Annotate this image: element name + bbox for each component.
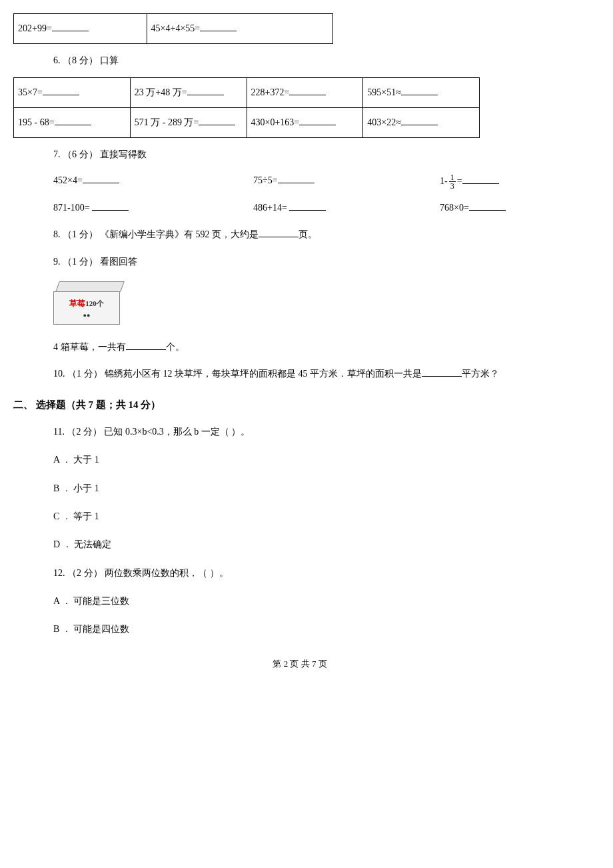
q12-option-B: B ． 可能是四位数 [53, 622, 586, 637]
q7-row2: 871-100= 486+14= 768×0= [53, 201, 586, 215]
expr: 571 万 - 289 万= [135, 117, 199, 127]
blank [200, 22, 237, 31]
blank [289, 201, 326, 211]
q8-text-a: 8. （1 分） 《新编小学生字典》有 592 页，大约是 [53, 229, 259, 239]
expr: 45×4+4×55= [151, 23, 201, 33]
expr: 403×22≈ [367, 117, 401, 127]
section-2-heading: 二、 选择题（共 7 题；共 14 分） [13, 397, 586, 413]
expr: 202+99= [18, 23, 52, 33]
expr: 23 万+48 万= [135, 87, 187, 97]
q11-option-A: A ． 大于 1 [53, 453, 586, 467]
blank [126, 341, 166, 350]
cell: 45×4+4×55= [147, 14, 332, 44]
blank [199, 116, 235, 125]
blank [299, 116, 336, 125]
q7-r1c3: 1-13= [440, 173, 573, 190]
expr: 871-100= [53, 203, 92, 213]
blank [83, 174, 119, 183]
q11-option-C: C ． 等于 1 [53, 509, 586, 524]
expr: 75÷5= [253, 175, 278, 185]
box-label-name: 草莓 [69, 299, 85, 308]
cell: 595×51≈ [363, 78, 480, 108]
blank [401, 86, 438, 95]
q11-stem: 11. （2 分） 已知 0.3×b<0.3，那么 b 一定（ ）。 [53, 425, 586, 439]
expr: 430×0+163= [251, 117, 300, 127]
expr: 195 - 68= [18, 117, 55, 127]
numerator: 1 [449, 173, 456, 182]
strawberry-box-image: 草莓120个 ●● [53, 281, 127, 328]
q8: 8. （1 分） 《新编小学生字典》有 592 页，大约是页。 [53, 227, 586, 242]
cell: 403×22≈ [363, 108, 480, 138]
expr: 768×0= [440, 203, 469, 213]
q9-text-a: 4 箱草莓，一共有 [53, 342, 126, 352]
q8-text-b: 页。 [299, 229, 317, 239]
table-q6: 35×7= 23 万+48 万= 228+372= 595×51≈ 195 - … [13, 77, 480, 138]
cell: 23 万+48 万= [130, 78, 247, 108]
blank [278, 174, 314, 183]
blank [259, 228, 299, 237]
blank [422, 367, 462, 377]
cell: 228+372= [247, 78, 363, 108]
q10: 10. （1 分） 锦绣苑小区有 12 块草坪，每块草坪的面积都是 45 平方米… [53, 367, 586, 381]
blank [401, 116, 438, 125]
q7-r1c2: 75÷5= [253, 173, 440, 190]
expr-b: = [457, 176, 462, 186]
blank [462, 175, 499, 184]
blank [187, 86, 224, 95]
q11-option-B: B ． 小于 1 [53, 481, 586, 496]
q9-text-b: 个。 [166, 342, 185, 352]
box-label-count: 120个 [85, 299, 104, 307]
box-lid [55, 281, 125, 292]
q6-label: 6. （8 分） 口算 [53, 53, 586, 68]
expr: 228+372= [251, 87, 290, 97]
strawberry-icon: ●● [83, 311, 91, 320]
q7-r2c1: 871-100= [53, 201, 253, 215]
table-q5-part: 202+99= 45×4+4×55= [13, 13, 333, 44]
q7-r2c3: 768×0= [440, 201, 573, 215]
q7-r1c1: 452×4= [53, 173, 253, 190]
q9-label: 9. （1 分） 看图回答 [53, 255, 586, 269]
q9-text: 4 箱草莓，一共有个。 [53, 340, 586, 355]
page-footer: 第 2 页 共 7 页 [13, 657, 586, 671]
blank [469, 201, 506, 211]
expr: 452×4= [53, 175, 83, 185]
q7-r2c2: 486+14= [253, 201, 440, 215]
q10-text-b: 平方米？ [462, 369, 499, 379]
blank [92, 201, 129, 211]
expr: 35×7= [18, 87, 43, 97]
blank [289, 86, 326, 95]
blank [55, 116, 91, 125]
q7-row1: 452×4= 75÷5= 1-13= [53, 173, 586, 190]
q12-stem: 12. （2 分） 两位数乘两位数的积，（ ）。 [53, 566, 586, 581]
q7-label: 7. （6 分） 直接写得数 [53, 147, 586, 162]
expr: 486+14= [253, 203, 289, 213]
fraction: 13 [449, 173, 456, 190]
expr-a: 1- [440, 176, 448, 186]
cell: 195 - 68= [14, 108, 131, 138]
q11-option-D: D ． 无法确定 [53, 537, 586, 552]
cell: 202+99= [14, 14, 147, 44]
cell: 571 万 - 289 万= [130, 108, 247, 138]
q12-option-A: A ． 可能是三位数 [53, 594, 586, 609]
blank [43, 86, 79, 95]
box-front: 草莓120个 ●● [53, 291, 120, 325]
blank [52, 22, 89, 31]
cell: 430×0+163= [247, 108, 363, 138]
cell: 35×7= [14, 78, 131, 108]
q10-text-a: 10. （1 分） 锦绣苑小区有 12 块草坪，每块草坪的面积都是 45 平方米… [53, 369, 422, 379]
expr: 595×51≈ [367, 87, 401, 97]
denominator: 3 [449, 182, 456, 190]
